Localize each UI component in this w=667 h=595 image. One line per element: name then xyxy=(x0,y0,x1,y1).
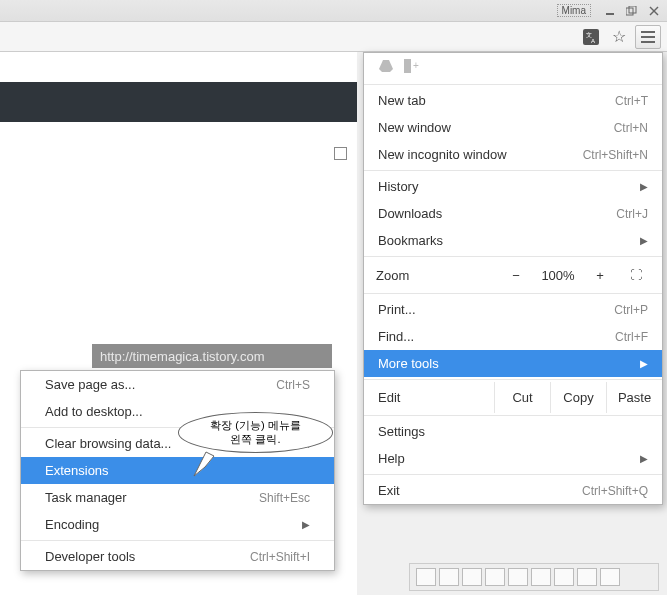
svg-rect-0 xyxy=(606,13,614,15)
chevron-right-icon: ▶ xyxy=(640,358,648,369)
menu-new-window[interactable]: New window Ctrl+N xyxy=(364,114,662,141)
zoom-value: 100% xyxy=(538,268,578,283)
google-plus-icon[interactable]: + xyxy=(404,59,420,76)
star-icon[interactable]: ☆ xyxy=(607,25,631,49)
svg-text:A: A xyxy=(591,38,595,44)
zoom-label: Zoom xyxy=(376,268,494,283)
annotation-bubble: 확장 (기능) 메뉴를 왼쪽 클릭. xyxy=(178,412,333,453)
menu-label: Settings xyxy=(378,424,425,439)
format-icon[interactable] xyxy=(577,568,597,586)
menu-label: History xyxy=(378,179,418,194)
submenu-extensions[interactable]: Extensions xyxy=(21,457,334,484)
menu-label: Save page as... xyxy=(45,377,135,392)
submenu-encoding[interactable]: Encoding ▶ xyxy=(21,511,334,538)
menu-shortcut: Ctrl+S xyxy=(276,378,310,392)
menu-shortcut: Ctrl+J xyxy=(616,207,648,221)
format-icon[interactable] xyxy=(554,568,574,586)
menu-shortcut: Ctrl+Shift+N xyxy=(583,148,648,162)
bubble-tail-icon xyxy=(192,450,222,480)
menu-bookmarks[interactable]: Bookmarks ▶ xyxy=(364,227,662,254)
submenu-developer-tools[interactable]: Developer tools Ctrl+Shift+I xyxy=(21,543,334,570)
svg-text:+: + xyxy=(413,60,419,71)
menu-shortcut: Shift+Esc xyxy=(259,491,310,505)
menu-label: New window xyxy=(378,120,451,135)
zoom-out-button[interactable]: − xyxy=(502,263,530,287)
chevron-right-icon: ▶ xyxy=(302,519,310,530)
format-icon[interactable] xyxy=(416,568,436,586)
menu-label: Downloads xyxy=(378,206,442,221)
menu-label: Task manager xyxy=(45,490,127,505)
page-checkbox[interactable] xyxy=(334,147,347,160)
menu-label: Help xyxy=(378,451,405,466)
chevron-right-icon: ▶ xyxy=(640,235,648,246)
menu-new-incognito[interactable]: New incognito window Ctrl+Shift+N xyxy=(364,141,662,168)
menu-label: Extensions xyxy=(45,463,109,478)
menu-downloads[interactable]: Downloads Ctrl+J xyxy=(364,200,662,227)
menu-new-tab[interactable]: New tab Ctrl+T xyxy=(364,87,662,114)
title-badge: Mima xyxy=(557,4,591,17)
menu-label: New incognito window xyxy=(378,147,507,162)
hamburger-menu-button[interactable] xyxy=(635,25,661,49)
browser-toolbar: 文A ☆ xyxy=(0,22,667,52)
editor-bottom-bar xyxy=(409,563,659,591)
menu-find[interactable]: Find... Ctrl+F xyxy=(364,323,662,350)
format-icon[interactable] xyxy=(485,568,505,586)
maximize-button[interactable] xyxy=(623,4,641,18)
format-icon[interactable] xyxy=(439,568,459,586)
svg-rect-9 xyxy=(404,59,411,73)
page-header-band xyxy=(0,82,357,122)
bubble-line1: 확장 (기능) 메뉴를 xyxy=(210,419,300,431)
svg-text:文: 文 xyxy=(586,31,592,38)
menu-label: Developer tools xyxy=(45,549,135,564)
paste-button[interactable]: Paste xyxy=(606,382,662,413)
submenu-task-manager[interactable]: Task manager Shift+Esc xyxy=(21,484,334,511)
format-icon[interactable] xyxy=(600,568,620,586)
close-button[interactable] xyxy=(645,4,663,18)
menu-label: More tools xyxy=(378,356,439,371)
submenu-save-page[interactable]: Save page as... Ctrl+S xyxy=(21,371,334,398)
menu-zoom: Zoom − 100% + ⛶ xyxy=(364,259,662,291)
menu-shortcut: Ctrl+Shift+I xyxy=(250,550,310,564)
copy-button[interactable]: Copy xyxy=(550,382,606,413)
fullscreen-icon[interactable]: ⛶ xyxy=(622,263,650,287)
cut-button[interactable]: Cut xyxy=(494,382,550,413)
format-icon[interactable] xyxy=(462,568,482,586)
menu-label: Print... xyxy=(378,302,416,317)
menu-exit[interactable]: Exit Ctrl+Shift+Q xyxy=(364,477,662,504)
svg-marker-8 xyxy=(379,60,393,72)
menu-label: Encoding xyxy=(45,517,99,532)
edit-label: Edit xyxy=(364,382,494,413)
menu-more-tools[interactable]: More tools ▶ xyxy=(364,350,662,377)
menu-shortcut: Ctrl+F xyxy=(615,330,648,344)
menu-shortcut: Ctrl+N xyxy=(614,121,648,135)
chevron-right-icon: ▶ xyxy=(640,181,648,192)
menu-history[interactable]: History ▶ xyxy=(364,173,662,200)
translate-icon[interactable]: 文A xyxy=(579,25,603,49)
menu-label: Bookmarks xyxy=(378,233,443,248)
format-icon[interactable] xyxy=(531,568,551,586)
more-tools-submenu: Save page as... Ctrl+S Add to desktop...… xyxy=(20,370,335,571)
bubble-line2: 왼쪽 클릭. xyxy=(230,433,280,445)
watermark-url: http://timemagica.tistory.com xyxy=(92,344,332,368)
menu-print[interactable]: Print... Ctrl+P xyxy=(364,296,662,323)
menu-help[interactable]: Help ▶ xyxy=(364,445,662,472)
menu-label: Clear browsing data... xyxy=(45,436,171,451)
window-titlebar: Mima xyxy=(0,0,667,22)
menu-edit-row: Edit Cut Copy Paste xyxy=(364,382,662,413)
minimize-button[interactable] xyxy=(601,4,619,18)
chevron-right-icon: ▶ xyxy=(640,453,648,464)
zoom-in-button[interactable]: + xyxy=(586,263,614,287)
menu-label: Find... xyxy=(378,329,414,344)
menu-label: New tab xyxy=(378,93,426,108)
menu-shortcut: Ctrl+Shift+Q xyxy=(582,484,648,498)
drive-icon[interactable] xyxy=(378,59,394,76)
menu-shortcut: Ctrl+P xyxy=(614,303,648,317)
menu-shortcut: Ctrl+T xyxy=(615,94,648,108)
menu-settings[interactable]: Settings xyxy=(364,418,662,445)
menu-label: Exit xyxy=(378,483,400,498)
menu-label: Add to desktop... xyxy=(45,404,143,419)
format-icon[interactable] xyxy=(508,568,528,586)
chrome-main-menu: + New tab Ctrl+T New window Ctrl+N New i… xyxy=(363,52,663,505)
